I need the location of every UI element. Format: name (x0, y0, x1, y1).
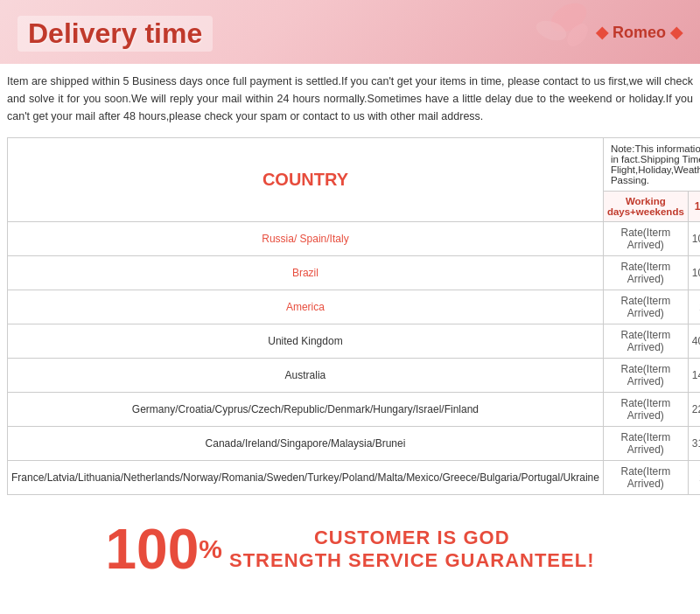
table-row: France/Latvia/Lithuania/Netherlands/Norw… (8, 461, 701, 495)
info-text: Item are shipped within 5 Business days … (0, 64, 700, 134)
data-cell: 22.20% (688, 393, 700, 427)
country-name-cell: Australia (8, 359, 604, 393)
footer-line1: CUSTOMER IS GOD (229, 527, 595, 549)
country-header: COUNTRY (8, 138, 604, 222)
table-header-row-1: COUNTRY Note:This information is offered… (8, 138, 701, 192)
country-name-cell: United Kingdom (8, 324, 604, 359)
col-header-working: Workingdays+weekends (603, 192, 688, 222)
delivery-table-section: COUNTRY Note:This information is offered… (0, 134, 700, 504)
note-cell: Note:This information is offered only,an… (603, 138, 700, 192)
country-name-cell: America (8, 290, 604, 324)
country-name-cell: Germany/Croatia/Cyprus/Czech/Republic/De… (8, 393, 604, 427)
country-name-cell: Canada/Ireland/Singapore/Malaysia/Brunei (8, 427, 604, 461)
footer-number: 100 (106, 521, 200, 577)
rate-cell: Rate(Iterm Arrived) (603, 324, 688, 359)
rate-cell: Rate(Iterm Arrived) (603, 461, 688, 495)
rate-cell: Rate(Iterm Arrived) (603, 290, 688, 324)
data-cell: 10.50% (688, 222, 700, 256)
page-title: Delivery time (18, 16, 213, 52)
footer-text-block: CUSTOMER IS GOD STRENGTH SERVICE GUARANT… (229, 527, 595, 572)
table-row: AmericaRate(Iterm Arrived)25%31.70%15.40… (8, 290, 701, 324)
rate-cell: Rate(Iterm Arrived) (603, 427, 688, 461)
header: Delivery time Romeo (0, 0, 700, 64)
rate-cell: Rate(Iterm Arrived) (603, 256, 688, 290)
info-paragraph: Item are shipped within 5 Business days … (7, 75, 693, 122)
data-cell: 31.40% (688, 427, 700, 461)
table-row: AustraliaRate(Iterm Arrived)14.30%7.20%4… (8, 359, 701, 393)
table-row: United KingdomRate(Iterm Arrived)40.10%3… (8, 324, 701, 359)
col-header-10-19: 10--19 (688, 192, 700, 222)
delivery-table: COUNTRY Note:This information is offered… (7, 137, 700, 495)
footer-section: 100% CUSTOMER IS GOD STRENGTH SERVICE GU… (0, 504, 700, 586)
data-cell: 25% (688, 290, 700, 324)
data-cell: 40.10% (688, 324, 700, 359)
data-cell: 25% (688, 461, 700, 495)
table-row: Russia/ Spain/ItalyRate(Iterm Arrived)10… (8, 222, 701, 256)
rate-cell: Rate(Iterm Arrived) (603, 222, 688, 256)
table-row: BrazilRate(Iterm Arrived)10.50%15.30%37.… (8, 256, 701, 290)
table-row: Germany/Croatia/Cyprus/Czech/Republic/De… (8, 393, 701, 427)
country-name-cell: France/Latvia/Lithuania/Netherlands/Norw… (8, 461, 604, 495)
data-cell: 14.30% (688, 359, 700, 393)
rate-cell: Rate(Iterm Arrived) (603, 359, 688, 393)
footer-percent: % (199, 534, 222, 564)
table-row: Canada/Ireland/Singapore/Malaysia/Brunei… (8, 427, 701, 461)
country-name-cell: Brazil (8, 256, 604, 290)
rate-cell: Rate(Iterm Arrived) (603, 393, 688, 427)
data-cell: 10.50% (688, 256, 700, 290)
country-name-cell: Russia/ Spain/Italy (8, 222, 604, 256)
brand-name: Romeo (596, 23, 682, 42)
petal-decoration (525, 0, 595, 52)
footer-inner: 100% CUSTOMER IS GOD STRENGTH SERVICE GU… (106, 521, 595, 577)
footer-line2: STRENGTH SERVICE GUARANTEEL! (229, 549, 595, 572)
